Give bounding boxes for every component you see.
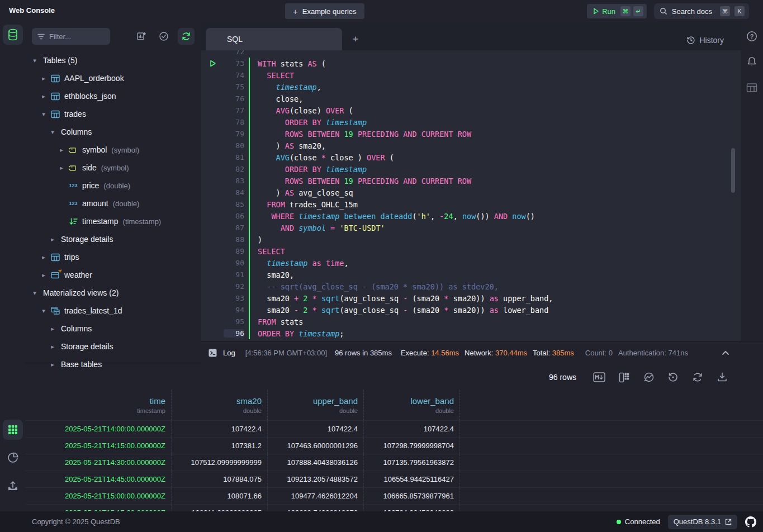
run-query-glyph-icon[interactable]: [201, 60, 224, 67]
run-button[interactable]: Run ⌘ ↵: [587, 4, 647, 18]
cell-sma20[interactable]: 107381.2: [172, 438, 268, 454]
chevron-right-icon[interactable]: ▸: [40, 75, 48, 82]
cell-lower_band[interactable]: 107135.79561963872: [364, 454, 460, 471]
tree-item-amount[interactable]: 123amount(double): [25, 194, 201, 212]
cell-time[interactable]: 2025-05-21T14:45:00.000000Z: [25, 471, 172, 487]
code-line-82[interactable]: 82 ORDER BY timestamp: [201, 163, 741, 175]
code-line-92[interactable]: 92 -- sqrt(avg_close_sq - (sma20 * sma20…: [201, 281, 741, 292]
column-header-upper_band[interactable]: upper_banddouble: [268, 390, 364, 420]
chevron-right-icon[interactable]: ▸: [40, 254, 48, 261]
tree-item-trades-latest-1d[interactable]: ▾trades_latest_1d: [25, 302, 201, 320]
code-line-85[interactable]: 85 FROM trades_OHLC_15m: [201, 198, 741, 210]
table-row[interactable]: 2025-05-21T14:45:00.000000Z107884.075109…: [25, 471, 763, 487]
sql-editor[interactable]: 7273WITH stats AS (74 SELECT75 timestamp…: [201, 50, 741, 341]
tree-item-storage-details[interactable]: ▸Storage details: [25, 230, 201, 248]
new-tab-button[interactable]: +: [349, 32, 362, 46]
column-header-time[interactable]: timetimestamp: [25, 390, 172, 420]
tree-item-aapl-orderbook[interactable]: ▸AAPL_orderbook: [25, 69, 201, 87]
version-link[interactable]: QuestDB 8.3.1: [668, 515, 737, 529]
code-line-94[interactable]: 94 sma20 - 2 * sqrt(avg_close_sq - (sma2…: [201, 304, 741, 316]
panel-toggle-button[interactable]: [745, 80, 759, 95]
markdown-copy-button[interactable]: [593, 371, 605, 383]
grid-view-button[interactable]: [3, 420, 23, 440]
rerun-query-button[interactable]: [667, 371, 679, 383]
cell-upper_band[interactable]: 109628.74308918376: [268, 505, 364, 511]
chevron-down-icon[interactable]: ▾: [31, 57, 39, 64]
refresh-results-button[interactable]: [691, 371, 704, 383]
help-button[interactable]: ?: [745, 29, 759, 44]
cell-time[interactable]: 2025-05-21T15:15:00.000000Z: [25, 505, 172, 511]
column-header-sma20[interactable]: sma20double: [172, 390, 268, 420]
table-row[interactable]: 2025-05-21T15:00:00.000000Z108071.661094…: [25, 487, 763, 504]
tree-item-tables-5-[interactable]: ▾Tables (5): [25, 51, 201, 69]
code-line-83[interactable]: 83 ROWS BETWEEN 19 PRECEDING AND CURRENT…: [201, 175, 741, 187]
github-link[interactable]: [745, 516, 756, 528]
tree-item-price[interactable]: 123price(double): [25, 177, 201, 194]
chevron-right-icon[interactable]: ▸: [49, 343, 56, 350]
table-row[interactable]: 2025-05-21T14:30:00.000000Z107512.099999…: [25, 454, 763, 471]
chevron-down-icon[interactable]: ▾: [31, 289, 39, 297]
cell-sma20[interactable]: 108211.28333333335: [172, 505, 268, 511]
code-line-88[interactable]: 88): [201, 234, 741, 245]
cell-lower_band[interactable]: 107422.4: [364, 421, 460, 437]
code-line-80[interactable]: 80 ) AS sma20,: [201, 140, 741, 151]
code-line-93[interactable]: 93 sma20 + 2 * sqrt(avg_close_sq - (sma2…: [201, 292, 741, 304]
code-line-96[interactable]: 96ORDER BY timestamp;: [201, 327, 741, 339]
tree-item-side[interactable]: ▸side(symbol): [25, 159, 201, 177]
download-csv-button[interactable]: [716, 371, 728, 383]
code-line-89[interactable]: 89SELECT: [201, 245, 741, 257]
cell-time[interactable]: 2025-05-21T14:30:00.000000Z: [25, 454, 172, 471]
cell-sma20[interactable]: 108071.66: [172, 488, 268, 504]
notifications-button[interactable]: [745, 55, 759, 69]
chevron-down-icon[interactable]: ▾: [40, 307, 48, 315]
add-metrics-button[interactable]: [133, 28, 150, 45]
tree-item-trades[interactable]: ▾trades: [25, 105, 201, 123]
tree-item-weather[interactable]: ▸✳weather: [25, 266, 201, 284]
cell-upper_band[interactable]: 109477.4626012204: [268, 488, 364, 504]
code-line-78[interactable]: 78 ORDER BY timestamp: [201, 116, 741, 128]
cell-time[interactable]: 2025-05-21T14:00:00.000000Z: [25, 421, 172, 437]
cell-lower_band[interactable]: 106554.94425116427: [364, 471, 460, 487]
code-line-87[interactable]: 87 AND symbol = 'BTC-USDT': [201, 222, 741, 234]
code-line-76[interactable]: 76 close,: [201, 93, 741, 104]
tab-sql[interactable]: SQL: [206, 28, 342, 50]
cell-upper_band[interactable]: 109213.20574883572: [268, 471, 364, 487]
chevron-right-icon[interactable]: ▸: [49, 325, 56, 332]
schema-explorer-button[interactable]: [3, 25, 23, 45]
chevron-right-icon[interactable]: ▸: [40, 93, 48, 100]
chevron-down-icon[interactable]: ▾: [40, 111, 48, 118]
import-button[interactable]: [3, 476, 23, 496]
chevron-right-icon[interactable]: ▸: [58, 146, 65, 154]
table-row[interactable]: 2025-05-21T14:00:00.000000Z107422.410742…: [25, 420, 763, 437]
code-line-81[interactable]: 81 AVG(close * close ) OVER (: [201, 151, 741, 163]
code-line-84[interactable]: 84 ) AS avg_close_sq: [201, 187, 741, 198]
tree-item-materialized-views-2-[interactable]: ▾Materialized views (2): [25, 284, 201, 302]
cell-time[interactable]: 2025-05-21T15:00:00.000000Z: [25, 488, 172, 504]
tree-item-columns[interactable]: ▸Columns: [25, 320, 201, 338]
chevron-right-icon[interactable]: ▸: [58, 164, 65, 172]
history-button[interactable]: History: [686, 36, 724, 45]
search-docs-button[interactable]: Search docs ⌘ K: [654, 3, 749, 19]
chevron-right-icon[interactable]: ▸: [40, 272, 48, 279]
refresh-schema-button[interactable]: [178, 28, 195, 45]
select-mode-button[interactable]: [155, 28, 172, 45]
cell-upper_band[interactable]: 107463.60000001296: [268, 438, 364, 454]
filter-input[interactable]: Filter...: [32, 28, 110, 45]
code-line-72[interactable]: 72: [201, 50, 741, 58]
cell-upper_band[interactable]: 107888.40438036126: [268, 454, 364, 471]
chevron-right-icon[interactable]: ▸: [49, 236, 56, 243]
cell-lower_band[interactable]: 106665.85739877961: [364, 488, 460, 504]
chart-button[interactable]: [642, 371, 655, 383]
column-header-lower_band[interactable]: lower_banddouble: [364, 390, 460, 420]
freeze-columns-button[interactable]: [618, 371, 630, 383]
tree-item-columns[interactable]: ▾Columns: [25, 123, 201, 141]
example-queries-button[interactable]: + Example queries: [285, 3, 364, 19]
cell-sma20[interactable]: 107422.4: [172, 421, 268, 437]
code-line-79[interactable]: 79 ROWS BETWEEN 19 PRECEDING AND CURRENT…: [201, 128, 741, 140]
collapse-log-button[interactable]: [722, 350, 729, 355]
cell-upper_band[interactable]: 107422.4: [268, 421, 364, 437]
table-row[interactable]: 2025-05-21T14:15:00.000000Z107381.210746…: [25, 437, 763, 454]
cell-lower_band[interactable]: 107298.79999998704: [364, 438, 460, 454]
log-label[interactable]: Log: [223, 349, 235, 357]
tree-item-ethblocks-json[interactable]: ▸ethblocks_json: [25, 87, 201, 105]
